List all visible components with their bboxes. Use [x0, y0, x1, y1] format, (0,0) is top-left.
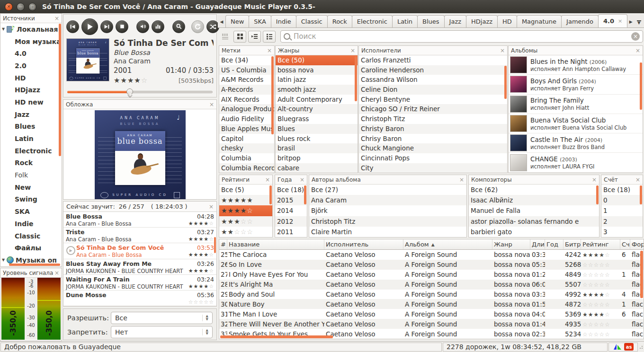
- list-item[interactable]: Cincinnati Pops: [359, 153, 507, 163]
- seek-handle[interactable]: [126, 88, 133, 95]
- genres-scrollbar[interactable]: [355, 56, 357, 101]
- playlist-track-row[interactable]: Só Tinha De Ser Com VocêAna Caram - Blue…: [63, 243, 216, 259]
- column-header-num[interactable]: #: [219, 239, 227, 249]
- window-close-button[interactable]: ✕: [5, 3, 13, 11]
- list-item[interactable]: brasil: [276, 143, 358, 153]
- audioscrobbler-icon[interactable]: as: [624, 343, 634, 351]
- column-header-len[interactable]: Дли: [530, 239, 545, 249]
- list-item[interactable]: AIX Records: [219, 95, 274, 105]
- list-item[interactable]: Manuel de Falla: [469, 205, 599, 216]
- tab-jazz[interactable]: Jazz: [444, 15, 466, 27]
- list-item[interactable]: Audio Fidelity: [219, 114, 274, 124]
- close-icon[interactable]: ×: [350, 48, 355, 53]
- column-header-album[interactable]: Альбом▲: [403, 239, 492, 249]
- table-row[interactable]: 31The Man I LoveCaetano VelosoA Foreign …: [219, 309, 644, 319]
- tab-active[interactable]: 4.0×: [598, 14, 627, 27]
- list-item[interactable]: 2012: [275, 216, 307, 227]
- close-icon[interactable]: ×: [54, 270, 59, 276]
- table-row[interactable]: 26So In LoveCaetano VelosoA Foreign Soun…: [219, 260, 644, 270]
- playlist-track-row[interactable]: Waiting For A TrainJORMA KAUKONEN - BLUE…: [63, 275, 216, 290]
- table-horizontal-scrollbar[interactable]: [220, 335, 333, 338]
- tab-indie[interactable]: Indie: [271, 15, 296, 27]
- rating-filter-item[interactable]: ★★★★★: [219, 195, 272, 205]
- sidebar-item-hdjazz[interactable]: HDjazz: [0, 84, 62, 96]
- album-list-item[interactable]: Bring The Family исполняет John Hiatt: [509, 95, 643, 114]
- playlist-track-row[interactable]: TristeAna Caram - Blue Bossa03:27★★★★☆: [63, 228, 216, 243]
- search-clear-icon[interactable]: ×: [631, 32, 640, 41]
- tab-rock[interactable]: Rock: [327, 15, 352, 27]
- sidebar-item-electronic[interactable]: Electronic: [0, 145, 62, 157]
- smart-play-button[interactable]: [172, 20, 185, 33]
- sidebar-item-ska[interactable]: SKA: [0, 205, 62, 218]
- current-track-thumbnail[interactable]: ANA CARAM BLUE BOSSA ♩ ANA CARAM blue bo…: [66, 38, 109, 81]
- list-item[interactable]: Christoph Titz: [309, 216, 466, 227]
- list-item[interactable]: Adult Contemporary: [276, 95, 358, 105]
- list-item[interactable]: 1: [601, 205, 643, 216]
- tab-electronic[interactable]: Electronic: [352, 15, 393, 27]
- seek-bar[interactable]: [67, 88, 213, 95]
- artists-scrollbar[interactable]: [504, 66, 507, 99]
- close-icon[interactable]: ×: [209, 203, 214, 210]
- labels-scrollbar[interactable]: [271, 56, 274, 134]
- list-item[interactable]: Ana Caram: [309, 195, 466, 205]
- view-albums-button[interactable]: [219, 31, 232, 43]
- close-icon[interactable]: ×: [592, 177, 597, 183]
- album-list-item[interactable]: Buena Vista Social Club исполняет Buena …: [509, 114, 643, 133]
- close-icon[interactable]: ×: [300, 177, 304, 183]
- table-row[interactable]: 25The CariocaCaetano VelosoA Foreign Sou…: [219, 250, 644, 260]
- list-item[interactable]: 2014: [275, 205, 307, 216]
- tab-hdjazz[interactable]: HDjazz: [466, 15, 498, 27]
- playlist-track-row[interactable]: Blue BossaAna Caram - Blue Bossa04:28★★★…: [63, 212, 216, 228]
- list-item[interactable]: Все (62): [469, 185, 599, 195]
- sidebar-item-indie[interactable]: Indie: [0, 218, 62, 230]
- tab-hd[interactable]: HD: [497, 15, 517, 27]
- list-item[interactable]: Bluegrass: [276, 114, 358, 124]
- list-item[interactable]: smooth jazz: [276, 85, 358, 95]
- list-item[interactable]: Blue Apples Musi: [219, 124, 274, 134]
- list-item[interactable]: US - Columbia: [219, 65, 274, 75]
- sidebar-item-2-0[interactable]: 2.0: [0, 60, 62, 72]
- table-row[interactable]: 32There Will Never Be Another YCaetano V…: [219, 319, 644, 329]
- list-item[interactable]: cabare: [276, 163, 358, 173]
- list-item[interactable]: Cheryl Bentyne: [359, 95, 507, 105]
- tab-classic[interactable]: Classic: [296, 15, 328, 27]
- close-icon[interactable]: ×: [209, 102, 214, 107]
- list-item[interactable]: Cassandra Wilson: [359, 75, 507, 85]
- volume-button[interactable]: [136, 20, 149, 33]
- view-playlist-button[interactable]: [248, 31, 261, 43]
- list-item[interactable]: Все (27): [309, 185, 466, 195]
- tab-ska[interactable]: SKA: [249, 15, 271, 27]
- column-header-artist[interactable]: Исполнитель: [324, 239, 403, 249]
- column-header-year[interactable]: Год: [545, 239, 564, 249]
- table-row[interactable]: 29Body and SoulCaetano VelosoA Foreign S…: [219, 290, 644, 299]
- sidebar-item-classic[interactable]: Classic: [0, 230, 62, 242]
- list-item[interactable]: barbieri gato: [469, 227, 599, 237]
- close-icon[interactable]: ×: [459, 177, 464, 183]
- close-icon[interactable]: ×: [265, 177, 270, 183]
- table-vertical-scrollbar[interactable]: [640, 251, 643, 298]
- column-header-rating[interactable]: Рейтинг: [581, 239, 620, 249]
- view-grid-button[interactable]: [233, 31, 246, 43]
- tabs-scroll-left-icon[interactable]: ◀: [218, 19, 225, 27]
- list-item[interactable]: Celine Dion: [359, 85, 507, 95]
- list-item[interactable]: City: [359, 163, 507, 173]
- list-item[interactable]: Chrisy Baron: [359, 134, 507, 144]
- tab-jamendo[interactable]: Jamendo: [561, 15, 599, 27]
- close-icon[interactable]: ×: [267, 48, 272, 53]
- sidebar-item-local-root[interactable]: ▼Локальная: [0, 23, 62, 35]
- expander-icon[interactable]: ▼: [0, 258, 7, 262]
- sidebar-item-new[interactable]: New: [0, 181, 62, 194]
- list-item[interactable]: britpop: [276, 153, 358, 163]
- sidebar-item-hd[interactable]: HD: [0, 72, 62, 84]
- list-item[interactable]: A&M Records: [219, 75, 274, 85]
- view-details-button[interactable]: [263, 31, 276, 43]
- sidebar-item-файлы[interactable]: Файлы: [0, 242, 62, 254]
- tab-magnatune[interactable]: Magnatune: [517, 15, 562, 27]
- deny-select[interactable]: Нет ▲▼: [111, 326, 213, 338]
- sidebar-item-jazz[interactable]: Jazz: [0, 108, 62, 121]
- table-row[interactable]: 28It's Alright MaCaetano VelosoA Foreign…: [219, 280, 644, 290]
- tab-latin[interactable]: Latin: [392, 15, 418, 27]
- table-row[interactable]: 27I Only Have Eyes For YouCaetano Veloso…: [219, 270, 644, 280]
- list-item[interactable]: Björk: [309, 205, 466, 216]
- sidebar-item-4-0[interactable]: 4.0: [0, 47, 62, 60]
